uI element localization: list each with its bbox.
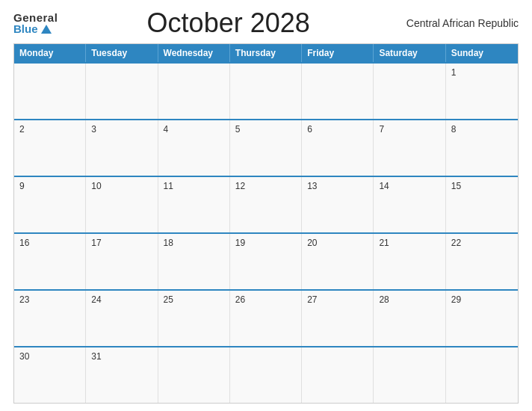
day-number: 15	[451, 181, 513, 191]
calendar-cell: 15	[446, 177, 518, 232]
calendar-cell	[158, 64, 230, 119]
calendar-row: 1	[14, 62, 518, 119]
day-number: 6	[307, 124, 368, 135]
calendar-cell: 30	[14, 347, 86, 403]
calendar-cell: 7	[374, 120, 445, 176]
day-number: 20	[307, 238, 368, 248]
logo-general-text: General	[13, 12, 58, 23]
calendar-cell: 29	[446, 291, 518, 346]
day-number: 19	[235, 238, 296, 248]
calendar-cell: 25	[158, 291, 230, 346]
header-thursday: Thursday	[230, 44, 302, 62]
calendar-cell: 5	[230, 120, 302, 176]
calendar-cell: 20	[302, 234, 374, 289]
calendar-cell	[302, 347, 374, 403]
calendar-cell: 8	[446, 120, 518, 176]
calendar-cell: 26	[230, 291, 302, 346]
calendar-cell: 2	[14, 120, 86, 176]
calendar-row: 2345678	[14, 119, 518, 176]
calendar-cell: 11	[158, 177, 230, 232]
calendar-grid: Monday Tuesday Wednesday Thursday Friday…	[13, 43, 519, 404]
calendar-row: 9101112131415	[14, 176, 518, 232]
calendar-cell: 23	[14, 291, 86, 346]
day-number: 3	[91, 124, 152, 135]
calendar-body: 1234567891011121314151617181920212223242…	[14, 62, 518, 403]
calendar-cell: 14	[374, 177, 445, 232]
day-number: 29	[451, 294, 513, 305]
calendar-cell: 12	[230, 177, 302, 232]
calendar-row: 16171819202122	[14, 232, 518, 289]
calendar-cell: 19	[230, 234, 302, 289]
day-number: 17	[91, 238, 152, 248]
calendar-cell	[158, 347, 230, 403]
calendar-cell	[446, 347, 518, 403]
day-number: 7	[379, 124, 439, 135]
calendar-cell: 10	[86, 177, 158, 232]
calendar-cell: 18	[158, 234, 230, 289]
day-number: 8	[451, 124, 513, 135]
day-number: 26	[235, 294, 296, 305]
calendar-page: General Blue October 2028 Central Africa…	[0, 0, 532, 411]
calendar-row: 23242526272829	[14, 289, 518, 346]
header-saturday: Saturday	[374, 44, 445, 62]
day-number: 2	[19, 124, 80, 135]
day-number: 24	[91, 294, 152, 305]
calendar-cell	[302, 64, 374, 119]
day-number: 12	[235, 181, 296, 191]
calendar-cell: 17	[86, 234, 158, 289]
header-tuesday: Tuesday	[86, 44, 158, 62]
day-number: 11	[164, 181, 224, 191]
header-wednesday: Wednesday	[158, 44, 230, 62]
calendar-cell: 6	[302, 120, 374, 176]
day-number: 22	[451, 238, 513, 248]
day-number: 28	[379, 294, 439, 305]
day-number: 31	[91, 351, 152, 362]
calendar-cell	[374, 64, 445, 119]
day-number: 14	[379, 181, 439, 191]
calendar-cell	[230, 64, 302, 119]
calendar-row: 3031	[14, 346, 518, 403]
day-number: 5	[235, 124, 296, 135]
calendar-cell: 16	[14, 234, 86, 289]
day-number: 21	[379, 238, 439, 248]
calendar-cell: 22	[446, 234, 518, 289]
calendar-cell: 3	[86, 120, 158, 176]
page-header: General Blue October 2028 Central Africa…	[13, 7, 519, 43]
logo-blue-text: Blue	[13, 23, 58, 34]
calendar-cell: 13	[302, 177, 374, 232]
calendar-cell: 28	[374, 291, 445, 346]
day-number: 23	[19, 294, 80, 305]
header-sunday: Sunday	[446, 44, 518, 62]
day-number: 10	[91, 181, 152, 191]
day-number: 30	[19, 351, 80, 362]
header-friday: Friday	[302, 44, 374, 62]
calendar-cell: 1	[446, 64, 518, 119]
logo: General Blue	[13, 12, 58, 34]
day-number: 27	[307, 294, 368, 305]
day-number: 16	[19, 238, 80, 248]
calendar-cell: 4	[158, 120, 230, 176]
calendar-cell	[230, 347, 302, 403]
calendar-cell	[86, 64, 158, 119]
calendar-title: October 2028	[58, 7, 399, 39]
day-number: 4	[164, 124, 224, 135]
country-label: Central African Republic	[399, 17, 519, 29]
day-number: 18	[164, 238, 224, 248]
calendar-cell: 9	[14, 177, 86, 232]
calendar-cell	[374, 347, 445, 403]
day-number: 1	[451, 67, 513, 78]
calendar-cell: 31	[86, 347, 158, 403]
calendar-header: Monday Tuesday Wednesday Thursday Friday…	[14, 44, 518, 62]
header-monday: Monday	[14, 44, 86, 62]
day-number: 25	[164, 294, 224, 305]
day-number: 13	[307, 181, 368, 191]
calendar-cell: 27	[302, 291, 374, 346]
day-number: 9	[19, 181, 80, 191]
calendar-cell	[14, 64, 86, 119]
logo-triangle-icon	[41, 25, 52, 34]
calendar-cell: 21	[374, 234, 445, 289]
calendar-cell: 24	[86, 291, 158, 346]
